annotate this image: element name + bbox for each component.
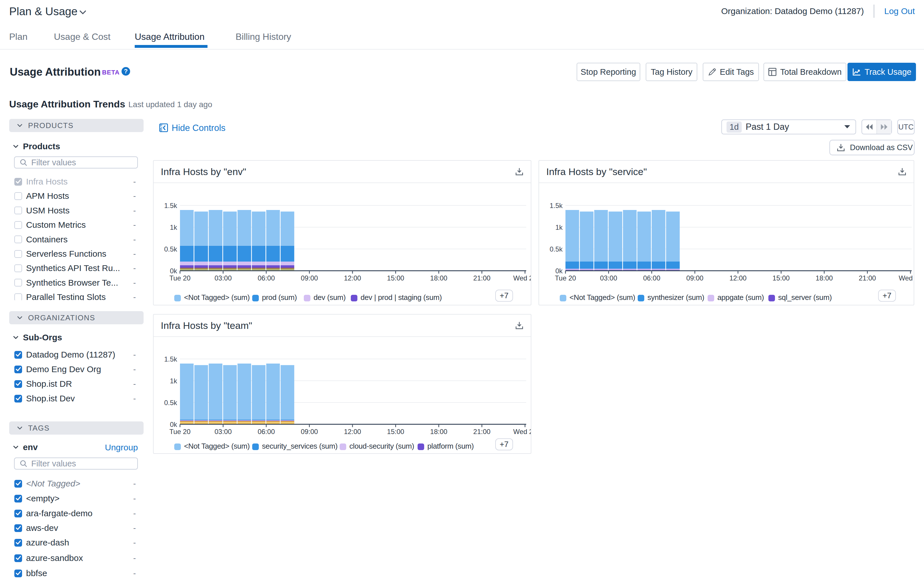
svg-text:03:00: 03:00 [600,274,617,282]
svg-text:21:00: 21:00 [859,274,876,282]
svg-text:1.5k: 1.5k [164,355,177,363]
svg-text:03:00: 03:00 [214,428,231,436]
svg-text:12:00: 12:00 [344,428,361,436]
svg-text:Wed 21: Wed 21 [899,274,914,282]
svg-text:1k: 1k [170,377,177,385]
svg-text:06:00: 06:00 [643,274,660,282]
svg-text:15:00: 15:00 [387,274,404,282]
svg-text:0.5k: 0.5k [550,245,563,253]
svg-text:06:00: 06:00 [257,428,275,436]
svg-text:18:00: 18:00 [430,428,447,436]
svg-text:Wed 21: Wed 21 [513,274,531,282]
svg-text:03:00: 03:00 [214,274,231,282]
svg-text:15:00: 15:00 [387,428,404,436]
svg-text:1k: 1k [555,224,563,231]
svg-text:21:00: 21:00 [473,428,490,436]
svg-text:1.5k: 1.5k [550,202,563,209]
svg-text:21:00: 21:00 [473,274,490,282]
svg-text:Wed 21: Wed 21 [513,428,531,436]
svg-text:18:00: 18:00 [816,274,833,282]
svg-text:Tue 20: Tue 20 [169,274,191,282]
svg-text:12:00: 12:00 [729,274,747,282]
svg-text:1.5k: 1.5k [164,202,177,209]
svg-text:Tue 20: Tue 20 [169,428,191,436]
svg-text:0k: 0k [555,267,563,275]
svg-text:12:00: 12:00 [344,274,361,282]
svg-text:Tue 20: Tue 20 [555,274,576,282]
svg-text:0k: 0k [170,421,177,428]
svg-text:1k: 1k [170,224,177,231]
svg-text:09:00: 09:00 [686,274,703,282]
svg-text:0.5k: 0.5k [164,245,177,253]
svg-text:0.5k: 0.5k [164,399,177,407]
svg-text:09:00: 09:00 [300,428,318,436]
svg-text:15:00: 15:00 [772,274,790,282]
svg-text:09:00: 09:00 [300,274,318,282]
svg-text:0k: 0k [170,267,177,275]
svg-text:18:00: 18:00 [430,274,447,282]
svg-text:06:00: 06:00 [257,274,275,282]
